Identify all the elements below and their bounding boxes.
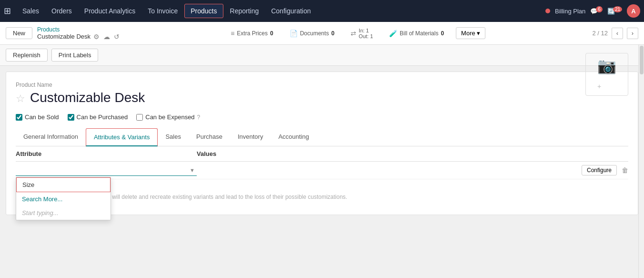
attribute-input-wrap: ▼ Size Search More... Start typing... (16, 165, 197, 176)
messages-icon[interactable]: 💬6 (590, 7, 603, 15)
extra-prices-stat[interactable]: ≡ Extra Prices 0 (226, 28, 278, 39)
settings-icon[interactable]: ⚙ (93, 33, 100, 41)
bill-of-materials-count: 0 (441, 30, 444, 37)
nav-item-product-analytics[interactable]: Product Analytics (79, 4, 141, 18)
attribute-column-header: Attribute (16, 150, 197, 157)
extra-prices-count: 0 (270, 30, 273, 37)
camera-icon: 📷+ (597, 57, 616, 93)
product-flags-row: Can be Sold Can be Purchased Can be Expe… (16, 113, 628, 121)
can-be-expensed-checkbox-item[interactable]: Can be Expensed ? (136, 113, 200, 121)
print-labels-button[interactable]: Print Labels (51, 49, 99, 62)
toolbar-stats: ≡ Extra Prices 0 📄 Documents 0 ⇄ In: 1 O… (124, 26, 587, 41)
action-buttons-row: Replenish Print Labels (0, 45, 644, 66)
toolbar: New Products Customizable Desk ⚙ ☁ ↺ ≡ E… (0, 22, 644, 45)
in-out-icon: ⇄ (351, 30, 356, 37)
can-be-purchased-label: Can be Purchased (77, 113, 128, 121)
documents-count: 0 (331, 30, 334, 37)
product-title[interactable]: Customizable Desk (30, 90, 576, 107)
status-dot (545, 9, 550, 13)
nav-item-configuration[interactable]: Configuration (265, 4, 316, 18)
next-record-button[interactable]: › (627, 28, 638, 39)
pagination-text: 2 / 12 (592, 30, 608, 37)
dropdown-item-search-more[interactable]: Search More... (16, 192, 111, 206)
attribute-input[interactable] (16, 165, 197, 176)
tab-accounting[interactable]: Accounting (271, 128, 316, 146)
tab-purchase[interactable]: Purchase (189, 128, 230, 146)
product-tabs: General Information Attributes & Variant… (16, 128, 628, 146)
product-title-row: ☆ Customizable Desk (16, 90, 576, 107)
attribute-input-row: ▼ Size Search More... Start typing... Co… (16, 162, 628, 179)
more-button[interactable]: More ▾ (456, 27, 485, 39)
tab-attributes-variants[interactable]: Attributes & Variants (86, 128, 158, 146)
dropdown-item-start-typing: Start typing... (16, 206, 111, 220)
in-out-values: In: 1 Out: 1 (359, 28, 373, 39)
can-be-sold-checkbox[interactable] (16, 114, 22, 121)
product-name-label: Product Name (16, 82, 628, 88)
extra-prices-icon: ≡ (231, 30, 234, 37)
favorite-star-icon[interactable]: ☆ (16, 93, 25, 105)
dropdown-item-size[interactable]: Size (16, 177, 111, 192)
activity-count-badge: 21 (613, 6, 622, 12)
can-be-expensed-checkbox[interactable] (136, 114, 143, 121)
undo-icon[interactable]: ↺ (114, 33, 120, 41)
nav-items: Sales Orders Product Analytics To Invoic… (17, 4, 545, 18)
table-header: Attribute Values (16, 146, 628, 162)
tab-inventory[interactable]: Inventory (230, 128, 271, 146)
in-count: In: 1 (359, 28, 373, 33)
breadcrumb-parent[interactable]: Products (37, 26, 120, 33)
bill-of-materials-label: Bill of Materials (400, 30, 438, 37)
apps-grid-icon[interactable]: ⊞ (4, 6, 11, 16)
extra-prices-label: Extra Prices (237, 30, 268, 37)
topnav-right: Billing Plan 💬6 🔄21 A (545, 4, 640, 18)
new-button[interactable]: New (6, 27, 32, 39)
tab-general-information[interactable]: General Information (16, 128, 86, 146)
help-icon[interactable]: ? (197, 114, 201, 121)
attribute-dropdown-menu: Size Search More... Start typing... (16, 177, 111, 220)
nav-item-products[interactable]: Products (184, 4, 223, 18)
values-column-header: Values (197, 150, 628, 157)
pagination-controls: 2 / 12 ‹ › (592, 28, 638, 39)
out-count: Out: 1 (359, 33, 373, 39)
row-actions: Configure 🗑 (582, 165, 628, 175)
documents-icon: 📄 (290, 30, 298, 37)
nav-item-orders[interactable]: Orders (46, 4, 78, 18)
breadcrumb-actions: ⚙ ☁ ↺ (93, 33, 120, 41)
can-be-sold-label: Can be Sold (25, 113, 59, 121)
breadcrumb: Products Customizable Desk ⚙ ☁ ↺ (37, 26, 120, 41)
nav-item-to-invoice[interactable]: To Invoice (142, 4, 183, 18)
bill-of-materials-stat[interactable]: 🧪 Bill of Materials 0 (385, 28, 448, 39)
tab-sales[interactable]: Sales (158, 128, 189, 146)
top-navigation: ⊞ Sales Orders Product Analytics To Invo… (0, 0, 644, 22)
bill-of-materials-icon: 🧪 (389, 30, 397, 37)
cloud-icon[interactable]: ☁ (103, 33, 110, 41)
main-content: 📷+ Product Name ☆ Customizable Desk Can … (0, 66, 644, 276)
can-be-expensed-label: Can be Expensed (145, 113, 194, 121)
can-be-purchased-checkbox[interactable] (68, 114, 74, 121)
attributes-table: Attribute Values ▼ Size Search More... S… (16, 146, 628, 179)
scrollbar-thumb[interactable] (640, 46, 644, 74)
message-count-badge: 6 (596, 6, 603, 12)
in-out-stat[interactable]: ⇄ In: 1 Out: 1 (346, 26, 377, 41)
billing-plan-label: Billing Plan (555, 8, 585, 15)
documents-stat[interactable]: 📄 Documents 0 (285, 28, 339, 39)
prev-record-button[interactable]: ‹ (612, 28, 623, 39)
nav-item-sales[interactable]: Sales (17, 4, 45, 18)
breadcrumb-current: Customizable Desk (37, 33, 91, 40)
product-image-placeholder[interactable]: 📷+ (585, 53, 628, 96)
attribute-dropdown-arrow-icon: ▼ (190, 167, 195, 173)
scrollbar[interactable] (638, 45, 644, 276)
product-card: 📷+ Product Name ☆ Customizable Desk Can … (6, 72, 638, 215)
documents-label: Documents (300, 30, 329, 37)
configure-button[interactable]: Configure (582, 165, 617, 175)
nav-item-reporting[interactable]: Reporting (224, 4, 265, 18)
replenish-button[interactable]: Replenish (6, 49, 48, 62)
user-avatar[interactable]: A (627, 4, 640, 18)
can-be-sold-checkbox-item[interactable]: Can be Sold (16, 113, 59, 121)
can-be-purchased-checkbox-item[interactable]: Can be Purchased (68, 113, 128, 121)
activity-icon[interactable]: 🔄21 (607, 7, 622, 15)
delete-row-icon[interactable]: 🗑 (622, 166, 628, 174)
